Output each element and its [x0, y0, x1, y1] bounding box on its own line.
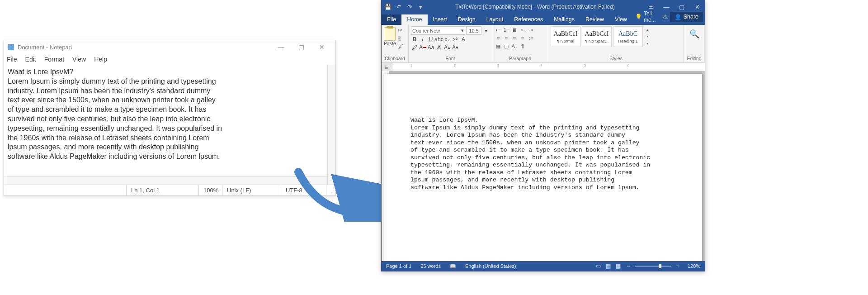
tab-review[interactable]: Review: [580, 14, 609, 25]
ruler-tick: 6: [627, 64, 629, 67]
tell-me-search[interactable]: 💡Tell me...: [632, 9, 660, 25]
share-button[interactable]: 👤Share: [670, 12, 703, 22]
tab-references[interactable]: References: [509, 14, 548, 25]
zoom-out-button[interactable]: −: [623, 261, 633, 271]
format-painter-icon[interactable]: 🖌: [398, 43, 404, 50]
web-layout-icon[interactable]: ▦: [613, 261, 623, 271]
sort-icon[interactable]: A↓: [511, 43, 518, 50]
document-page[interactable]: Waat is Lore IpsvM. Lorem Ipsum is simpl…: [384, 74, 702, 261]
print-layout-icon[interactable]: ▤: [604, 261, 613, 271]
status-page[interactable]: Page 1 of 1: [382, 263, 416, 269]
font-name-combo[interactable]: Courier New▾: [411, 26, 465, 35]
tab-layout[interactable]: Layout: [481, 14, 509, 25]
notepad-title: Document - Notepad: [18, 44, 271, 51]
align-right-icon[interactable]: ≡: [511, 34, 518, 42]
undo-icon[interactable]: ↶: [395, 3, 402, 10]
find-icon[interactable]: 🔍: [686, 26, 702, 39]
zoom-in-button[interactable]: +: [673, 261, 683, 271]
maximize-button[interactable]: ▢: [291, 41, 311, 53]
notepad-text-area[interactable]: Waat is Lore IpsvM? Lorem Ipsum is simpl…: [4, 65, 335, 185]
show-marks-icon[interactable]: ¶: [519, 43, 526, 50]
resize-grip-icon[interactable]: ⋰: [326, 185, 335, 195]
menu-file[interactable]: File: [7, 56, 17, 63]
status-language[interactable]: English (United States): [461, 263, 521, 269]
copy-icon[interactable]: ⎘: [398, 35, 404, 42]
numbering-icon[interactable]: 1≡: [503, 26, 510, 33]
tab-file[interactable]: File: [382, 14, 401, 25]
grow-font-icon[interactable]: A▴: [443, 44, 451, 51]
paste-icon[interactable]: [384, 27, 396, 41]
font-color-icon[interactable]: A: [419, 44, 426, 51]
tab-home[interactable]: Home: [401, 14, 427, 25]
superscript-button[interactable]: x²: [452, 36, 459, 43]
clear-format-icon[interactable]: A̸: [435, 44, 443, 51]
cut-icon[interactable]: ✂: [398, 27, 404, 33]
group-font: Courier New▾ 10.5 ▾ B I U abc x₂ x² A 🖍 …: [409, 25, 492, 62]
align-left-icon[interactable]: ≡: [495, 34, 502, 42]
bullets-icon[interactable]: •≡: [495, 26, 502, 33]
shading-icon[interactable]: ▦: [495, 43, 502, 50]
vertical-scrollbar[interactable]: [327, 65, 335, 185]
justify-icon[interactable]: ≡: [519, 34, 526, 42]
lightbulb-icon: 💡: [635, 14, 642, 20]
style-preview: AaBbC: [618, 30, 637, 38]
underline-button[interactable]: U: [427, 36, 434, 43]
shrink-font-icon[interactable]: A▾: [452, 44, 459, 51]
ruler-corner-icon[interactable]: ⬓: [382, 63, 392, 71]
paste-button[interactable]: Paste: [384, 41, 396, 46]
word-statusbar: Page 1 of 1 95 words 📖 English (United S…: [382, 261, 705, 271]
redo-icon[interactable]: ↷: [406, 3, 413, 10]
increase-indent-icon[interactable]: ⇥: [527, 26, 534, 33]
zoom-slider[interactable]: [635, 266, 671, 267]
italic-button[interactable]: I: [419, 36, 426, 43]
tab-design[interactable]: Design: [453, 14, 481, 25]
close-button[interactable]: ✕: [311, 41, 332, 53]
notepad-titlebar[interactable]: Document - Notepad — ▢ ✕: [4, 40, 335, 54]
chevron-down-icon: ▾: [461, 28, 464, 33]
style-heading1[interactable]: AaBbC Heading 1: [613, 26, 643, 47]
align-center-icon[interactable]: ≡: [503, 34, 510, 42]
clipboard-label: Clipboard: [384, 55, 406, 61]
status-zoom[interactable]: 120%: [683, 263, 705, 269]
document-text[interactable]: Waat is Lore IpsvM. Lorem Ipsum is simpl…: [410, 117, 679, 191]
group-clipboard: Paste ✂ ⎘ 🖌 Clipboard: [382, 25, 409, 62]
style-normal[interactable]: AaBbCcI ¶ Normal: [551, 26, 580, 47]
horizontal-ruler[interactable]: ⬓ 123456: [382, 63, 705, 71]
tab-view[interactable]: View: [609, 14, 632, 25]
subscript-button[interactable]: x₂: [443, 36, 451, 43]
menu-format[interactable]: Format: [44, 56, 64, 63]
qat-customize-icon[interactable]: ▾: [417, 3, 424, 10]
change-case-icon[interactable]: Aa: [427, 44, 434, 51]
bold-button[interactable]: B: [411, 36, 418, 43]
save-icon[interactable]: 💾: [384, 3, 392, 10]
decrease-indent-icon[interactable]: ⇤: [519, 26, 526, 33]
status-words[interactable]: 95 words: [416, 263, 445, 269]
multilevel-icon[interactable]: ≣: [511, 26, 518, 33]
tab-insert[interactable]: Insert: [428, 14, 453, 25]
activation-warning-icon[interactable]: ⚠: [662, 13, 668, 20]
chevron-down-icon[interactable]: ▾: [482, 27, 490, 34]
menu-help[interactable]: Help: [94, 56, 107, 63]
document-area[interactable]: Waat is Lore IpsvM. Lorem Ipsum is simpl…: [382, 71, 705, 261]
zoom-slider-thumb[interactable]: [659, 264, 661, 268]
style-no-spacing[interactable]: AaBbCcI ¶ No Spac...: [582, 26, 612, 47]
menu-view[interactable]: View: [72, 56, 86, 63]
horizontal-scrollbar[interactable]: [4, 176, 327, 185]
read-mode-icon[interactable]: ▭: [594, 261, 604, 271]
tab-mailings[interactable]: Mailings: [548, 14, 580, 25]
font-size-combo[interactable]: 10.5: [466, 26, 481, 35]
styles-more-icon[interactable]: ▴▾▾: [644, 26, 651, 47]
borders-icon[interactable]: ▢: [503, 43, 510, 50]
group-editing: 🔍 Editing: [684, 25, 705, 62]
ruler-tick: 3: [497, 64, 499, 67]
minimize-button[interactable]: —: [271, 41, 291, 53]
notepad-text[interactable]: Waat is Lore IpsvM? Lorem Ipsum is simpl…: [8, 67, 332, 162]
menu-edit[interactable]: Edit: [25, 56, 36, 63]
text-effects-icon[interactable]: A: [460, 36, 467, 43]
proofing-icon[interactable]: 📖: [445, 263, 461, 269]
notepad-menubar: File Edit Format View Help: [4, 54, 335, 65]
line-spacing-icon[interactable]: ↕≡: [527, 34, 534, 42]
highlight-icon[interactable]: 🖍: [411, 44, 418, 51]
strike-button[interactable]: abc: [435, 36, 443, 43]
font-size-value: 10.5: [469, 28, 478, 33]
